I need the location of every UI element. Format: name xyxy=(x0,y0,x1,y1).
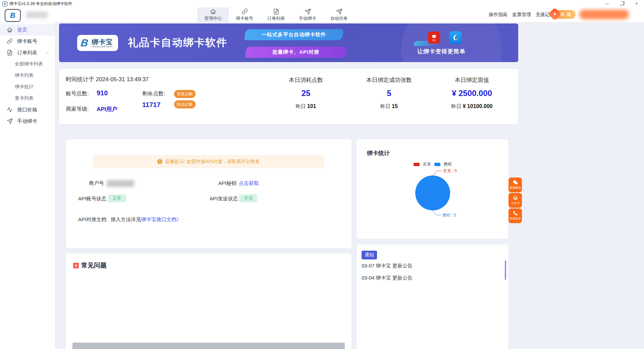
official-account-icon xyxy=(513,195,518,200)
account-status-badge: 正常 xyxy=(108,194,126,202)
lightning-icon xyxy=(548,7,561,21)
nav-item-binding-accounts[interactable]: 绑卡账号 xyxy=(229,7,260,22)
stat-yesterday: 昨日¥ 10100.000 xyxy=(422,103,522,110)
warning-icon: ! xyxy=(157,159,162,164)
pie-label-jd: 京东 : 0 xyxy=(443,168,457,173)
promo-banner: B 绑卡宝 —专业的自动绑卡软件— 礼品卡自动绑卡软件 一站式多平台自动绑卡软件… xyxy=(59,23,518,62)
pie-label-overlay: 京东 : 0 携程 : 5 xyxy=(357,139,508,239)
sidebar-item-card-check-list[interactable]: 查卡列表 xyxy=(0,93,55,104)
blurred-merchant-no xyxy=(107,180,134,187)
sidebar-label: 手动绑卡 xyxy=(17,118,37,124)
floating-label: 公众号 xyxy=(511,201,520,205)
restore-icon xyxy=(620,2,624,5)
phone-contact-button[interactable]: 联系电话 xyxy=(508,208,522,223)
minimize-button[interactable] xyxy=(600,0,614,7)
nav-item-order-list[interactable]: 订单列表 xyxy=(260,7,292,22)
nav-item-auto-tasks[interactable]: 自动任务 xyxy=(323,7,355,22)
ctrip-dolphin-icon xyxy=(451,33,460,42)
wechat-support-button[interactable]: 客服微信 xyxy=(508,178,522,192)
stats-timestamp: 时间统计于 2024-05-31 13:49:37 xyxy=(66,76,149,83)
sidebar-item-all-binding-list[interactable]: 全部绑卡列表 xyxy=(0,58,55,70)
sidebar-item-manual-binding[interactable]: 手动绑卡 xyxy=(0,115,55,127)
ctrip-app-icon xyxy=(449,31,462,44)
official-account-button[interactable]: 公众号 xyxy=(508,193,522,208)
get-api-secret-link[interactable]: 点击获取 xyxy=(239,180,259,187)
stat-label: 本日绑定面值 xyxy=(422,76,522,84)
nav-label: 自动任务 xyxy=(330,15,348,21)
sidebar-item-binding-list[interactable]: 绑卡列表 xyxy=(0,70,55,81)
floating-label: 客服微信 xyxy=(509,186,521,190)
sidebar-label: 订单列表 xyxy=(17,50,37,56)
points-value: 11717 xyxy=(142,101,161,109)
account-total-value: 910 xyxy=(97,89,108,97)
nav-item-manual-binding[interactable]: 手动绑卡 xyxy=(292,7,323,22)
jd-app-icon: 京东 xyxy=(428,32,440,44)
api-doc-link[interactable]: 《绑卡宝接口文档》 xyxy=(136,216,181,223)
document-icon xyxy=(273,8,279,15)
banner-badge-bottom: 批量绑卡、API对接 xyxy=(245,47,346,58)
sidebar-item-home[interactable]: 首页 xyxy=(0,24,55,36)
sidebar-item-api-price[interactable]: 接口价格 xyxy=(0,104,55,115)
deduction-log-button[interactable]: 扣点记录 xyxy=(174,100,196,108)
sidebar-item-binding-stats[interactable]: 绑卡统计 xyxy=(0,81,55,93)
window-title: 绑卡宝v1.0.26-专业的自动绑卡软件 xyxy=(9,1,72,7)
chevron-down-icon xyxy=(45,50,50,56)
nav-label: 订单列表 xyxy=(267,15,285,21)
link-invoice-management[interactable]: 发票管理 xyxy=(512,12,531,18)
account-status-label: API账号状态 xyxy=(78,196,106,202)
api-secret-label: API秘钥 xyxy=(218,180,236,187)
wechat-icon xyxy=(513,180,518,185)
sidebar-label: 查卡列表 xyxy=(15,95,34,101)
sidebar-label: 绑卡统计 xyxy=(15,84,34,90)
binding-stats-card: 绑卡统计 京东 携程 京东 : 0 携程 : 5 xyxy=(357,139,508,239)
pie-label-ctrip: 携程 : 5 xyxy=(442,213,456,217)
sidebar-label: 全部绑卡列表 xyxy=(15,61,43,67)
jd-label: 京东 xyxy=(432,39,436,41)
logo-name: 绑卡宝 xyxy=(92,38,113,46)
pulse-icon xyxy=(7,107,13,113)
merchant-level-label: 商家等级: xyxy=(66,106,89,113)
notice-item[interactable]: 03-04 绑卡宝 更新公告 xyxy=(357,272,504,281)
minimize-icon xyxy=(605,4,609,4)
restore-button[interactable] xyxy=(614,0,629,7)
account-total-label: 账号总数: xyxy=(66,90,89,97)
sidebar-item-binding-accounts[interactable]: 绑卡账号 xyxy=(0,36,55,47)
faq-title: 常见问题 xyxy=(81,261,107,270)
stats-card: 时间统计于 2024-05-31 13:49:37 账号总数: 910 商家等级… xyxy=(59,69,518,124)
notice-badge: 通知 xyxy=(362,251,377,259)
link-operation-guide[interactable]: 操作指南 xyxy=(489,12,507,18)
faq-card: # 常见问题 xyxy=(66,253,352,349)
warning-banner: ! 温馨提示: 如需对接API对接，请联系平台商务 xyxy=(93,155,324,168)
header-divider xyxy=(23,11,23,18)
logo-b-glyph: B xyxy=(80,37,89,49)
app-icon: B xyxy=(2,1,7,6)
merchant-level-value: API用户 xyxy=(97,105,117,113)
banner-badge-top: 一站式多平台自动绑卡软件 xyxy=(244,29,343,40)
recharge-points-button[interactable]: 充值点数 xyxy=(174,90,196,98)
send-icon xyxy=(336,8,342,15)
phone-icon xyxy=(513,211,518,216)
sidebar-item-order-list[interactable]: 订单列表 xyxy=(0,47,55,58)
notice-scrollbar[interactable] xyxy=(505,260,506,280)
banner-title: 礼品卡自动绑卡软件 xyxy=(128,36,227,50)
titlebar: B 绑卡宝v1.0.26-专业的自动绑卡软件 × xyxy=(0,0,644,7)
sidebar-label: 首页 xyxy=(17,27,27,33)
send-status-badge: 开启 xyxy=(239,194,257,202)
sidebar-label: 接口价格 xyxy=(17,107,37,113)
close-button[interactable]: × xyxy=(629,0,644,7)
send-status-label: API发送状态 xyxy=(210,196,238,202)
app-logo: B xyxy=(5,9,21,22)
send-icon xyxy=(7,118,13,124)
nav-item-management-center[interactable]: 管理中心 xyxy=(197,7,229,22)
sidebar-label: 绑卡列表 xyxy=(15,72,34,79)
api-info-card: ! 温馨提示: 如需对接API对接，请联系平台商务 商户号 API秘钥 点击获取… xyxy=(66,139,352,248)
nav-label: 管理中心 xyxy=(204,15,222,21)
notice-item[interactable]: 03-07 绑卡宝 更新公告 xyxy=(357,260,504,272)
api-doc-label: API对接文档 xyxy=(78,216,106,223)
nav-label: 绑卡账号 xyxy=(236,15,253,21)
header: B 管理中心 绑卡账号 订单列表 手动绑卡 自动任务 操作指南 发票管理 充值记… xyxy=(0,7,644,22)
recharge-button[interactable]: 充 值 xyxy=(552,10,576,19)
sidebar-label: 绑卡账号 xyxy=(17,38,37,45)
top-nav: 管理中心 绑卡账号 订单列表 手动绑卡 自动任务 xyxy=(197,7,355,22)
faq-item-placeholder[interactable] xyxy=(72,343,345,349)
